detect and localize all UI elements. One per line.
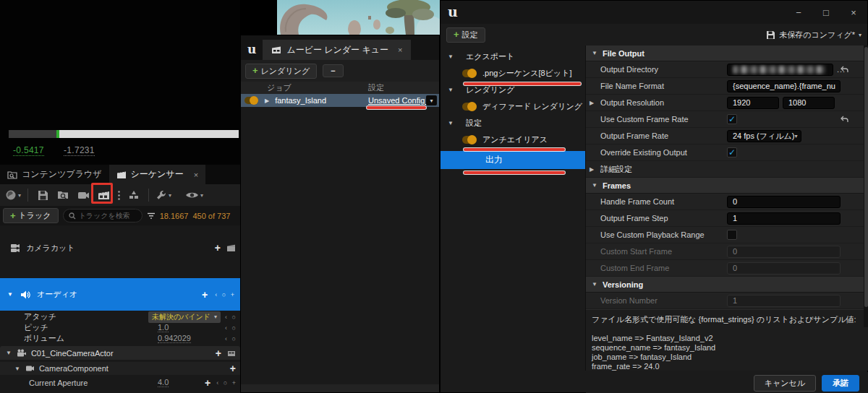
track-row-audio[interactable]: ▼ オーディオ + ‹ ○ + <box>0 278 240 311</box>
keyframe-nav-icons[interactable]: ‹ ○ + <box>216 379 237 386</box>
tab-content-browser[interactable]: コンテンツブラウザ <box>0 165 109 184</box>
tab-sequencer[interactable]: シーケンサー × <box>109 165 206 184</box>
tab-close-icon[interactable]: × <box>194 170 198 179</box>
add-property-icon[interactable]: + <box>230 363 236 374</box>
reset-to-default-icon[interactable] <box>841 66 848 73</box>
row-advanced-settings[interactable]: ▶ 詳細設定 <box>586 161 868 178</box>
track-row-volume[interactable]: ボリューム 0.942029 ‹ ○ <box>0 333 240 344</box>
tree-item-antialiasing[interactable]: アンチエイリアス <box>441 131 585 148</box>
aperture-value[interactable]: 4.0 <box>158 378 169 387</box>
add-key-icon[interactable]: + <box>205 377 210 389</box>
reset-to-default-icon[interactable] <box>841 116 848 123</box>
resolution-height-field[interactable]: 1080 <box>783 97 835 109</box>
expand-triangle-icon[interactable]: ▼ <box>592 281 597 288</box>
add-component-icon[interactable]: + <box>216 347 221 359</box>
use-custom-frame-rate-checkbox[interactable] <box>727 114 737 124</box>
wrench-settings-button[interactable]: ▾ <box>155 186 172 204</box>
tab-close-icon[interactable]: × <box>398 46 402 54</box>
visibility-eye-button[interactable]: ▾ <box>185 186 203 204</box>
tree-item-output-selected[interactable]: 出力 <box>441 151 585 169</box>
config-dropdown-button[interactable]: ▾ <box>426 95 437 105</box>
add-render-button[interactable]: + レンダリング <box>245 64 317 79</box>
section-file-output[interactable]: ▼ File Output <box>586 46 868 61</box>
track-row-camera-cuts[interactable]: カメラカット + <box>0 237 240 259</box>
filter-icon[interactable] <box>147 212 156 220</box>
expand-triangle-icon[interactable]: ▼ <box>592 50 597 56</box>
keyframe-nav-icons[interactable]: ‹ ○ <box>225 324 237 332</box>
setting-enabled-toggle[interactable] <box>462 69 477 77</box>
mrq-tab[interactable]: ムービー レンダー キュー × <box>263 40 411 60</box>
tree-group-export[interactable]: ▼ エクスポート <box>441 48 585 65</box>
col-settings-label[interactable]: 設定 <box>368 82 384 93</box>
close-button[interactable]: × <box>840 7 867 18</box>
current-time-display[interactable]: 18.1667 <box>160 212 189 220</box>
track-row-pitch[interactable]: ピッチ 1.0 ‹ ○ <box>0 322 240 333</box>
tree-item-deferred-rendering[interactable]: ディファード レンダリング <box>441 98 585 115</box>
cancel-button[interactable]: キャンセル <box>754 375 816 392</box>
world-selector-button[interactable]: ▾ <box>4 186 22 204</box>
override-existing-checkbox[interactable] <box>727 147 737 157</box>
minimize-button[interactable]: − <box>785 7 812 18</box>
track-row-attach[interactable]: アタッチ 未解決のバインド ▾ ‹ ○ <box>0 311 240 322</box>
setting-enabled-toggle[interactable] <box>462 136 477 144</box>
remove-job-button[interactable]: − <box>323 64 343 77</box>
settings-title-bar[interactable]: u − □ × <box>441 1 867 24</box>
section-versioning[interactable]: ▼ Versioning <box>586 277 868 293</box>
maximize-button[interactable]: □ <box>812 7 840 18</box>
expand-triangle-icon[interactable]: ▼ <box>14 366 20 372</box>
playback-progress-bar[interactable] <box>9 130 239 138</box>
use-custom-playback-checkbox[interactable] <box>727 230 737 240</box>
attach-binding-dropdown[interactable]: 未解決のバインド ▾ <box>148 311 221 323</box>
expand-triangle-icon[interactable]: ▶ <box>265 98 269 104</box>
expand-triangle-icon[interactable]: ▶ <box>590 166 594 173</box>
keyframe-nav-icons[interactable]: ‹ ○ <box>225 335 237 342</box>
track-search-field[interactable] <box>63 209 142 223</box>
job-enabled-toggle[interactable] <box>244 97 258 104</box>
expand-triangle-icon[interactable]: ▼ <box>7 291 13 298</box>
output-frame-rate-dropdown[interactable]: 24 fps (フィルム) ▾ <box>727 130 801 142</box>
add-setting-button[interactable]: + 設定 <box>446 27 485 43</box>
expand-triangle-icon[interactable]: ▼ <box>448 120 454 126</box>
track-row-camera-component[interactable]: ▼ CameraComponent + <box>0 362 240 375</box>
mrq-job-row[interactable]: ▶ fantasy_Island Unsaved Config * ▾ <box>241 94 439 107</box>
tree-group-settings[interactable]: ▼ 設定 <box>441 115 585 131</box>
expand-triangle-icon[interactable]: ▼ <box>448 87 454 93</box>
expand-triangle-icon[interactable]: ▶ <box>590 100 594 106</box>
render-movie-button[interactable] <box>95 186 112 204</box>
config-preset-dropdown[interactable]: 未保存のコンフィグ* ▾ <box>766 30 861 40</box>
add-audio-section-icon[interactable]: + <box>202 289 208 301</box>
pitch-value[interactable]: 1.0 <box>158 323 169 332</box>
more-options-icon[interactable] <box>115 186 122 204</box>
scrollbar-thumb[interactable] <box>864 47 868 307</box>
setting-enabled-toggle[interactable] <box>462 103 477 111</box>
frame-range-display[interactable]: 450 of 737 <box>192 212 230 220</box>
section-frames[interactable]: ▼ Frames <box>586 178 868 194</box>
expand-triangle-icon[interactable]: ▼ <box>592 182 597 189</box>
camera-button[interactable] <box>75 186 92 204</box>
file-name-format-field[interactable]: {sequence_name}.{frame_nu <box>727 80 841 92</box>
track-search-input[interactable] <box>79 212 137 220</box>
tree-item-png-sequence[interactable]: .pngシーケンス[8ビット] <box>441 65 585 82</box>
file-output-header-label: File Output <box>603 49 644 58</box>
track-row-camera-actor[interactable]: ▼ C01_CineCameraActor + <box>0 346 240 360</box>
col-job-label[interactable]: ジョブ <box>267 82 292 93</box>
add-camera-cut-icon[interactable]: + <box>215 242 221 254</box>
track-row-aperture[interactable]: Current Aperture 4.0 + ‹ ○ + <box>0 376 240 389</box>
volume-value[interactable]: 0.942029 <box>158 334 191 343</box>
expand-triangle-icon[interactable]: ▼ <box>448 53 454 60</box>
save-sequence-button[interactable] <box>34 186 51 204</box>
handle-frame-count-field[interactable]: 0 <box>727 196 841 208</box>
hierarchy-button[interactable] <box>125 186 142 204</box>
output-directory-field[interactable] <box>727 64 833 76</box>
tree-group-rendering[interactable]: ▼ レンダリング <box>441 82 585 98</box>
output-frame-step-field[interactable]: 1 <box>727 212 841 225</box>
browse-sequence-button[interactable] <box>54 186 72 204</box>
resolution-width-field[interactable]: 1920 <box>727 97 779 109</box>
details-scrollbar[interactable] <box>864 46 868 327</box>
add-track-button[interactable]: + トラック <box>3 208 59 223</box>
keyframe-nav-icons[interactable]: ‹ ○ <box>225 314 237 321</box>
accept-button[interactable]: 承諾 <box>822 375 859 392</box>
job-config-link[interactable]: Unsaved Config * <box>368 96 430 105</box>
expand-triangle-icon[interactable]: ▼ <box>6 350 12 356</box>
keyframe-nav-icons[interactable]: ‹ ○ + <box>215 291 236 298</box>
